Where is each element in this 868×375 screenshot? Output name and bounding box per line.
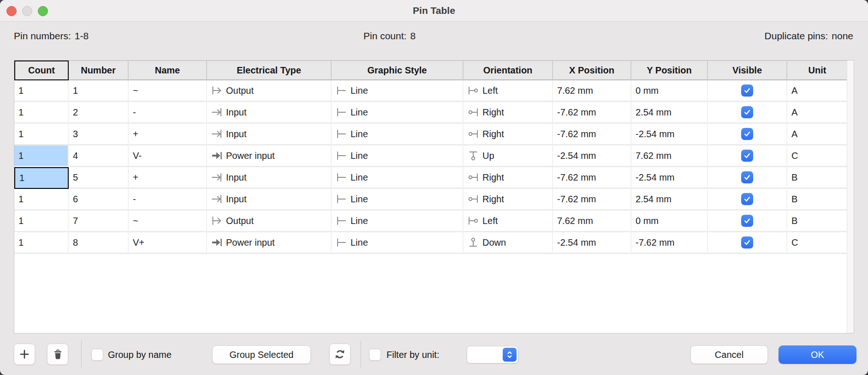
number-cell[interactable]: 1	[69, 80, 129, 102]
count-cell[interactable]: 1	[14, 80, 69, 102]
electrical-type-cell[interactable]: Input	[207, 167, 332, 189]
refresh-button[interactable]	[329, 344, 351, 365]
electrical-type-cell[interactable]: Input	[207, 189, 332, 211]
unit-cell[interactable]: B	[787, 211, 848, 232]
graphic-style-cell[interactable]: Line	[332, 124, 464, 145]
y-position-cell[interactable]: 2.54 mm	[631, 189, 708, 211]
name-cell[interactable]: ~	[129, 211, 207, 232]
unit-cell[interactable]: B	[787, 189, 848, 211]
column-header-orientation[interactable]: Orientation	[464, 60, 553, 80]
orientation-cell[interactable]: Down	[464, 232, 553, 254]
electrical-type-cell[interactable]: Output	[207, 211, 332, 232]
electrical-type-cell[interactable]: Power input	[207, 232, 332, 254]
visible-checkbox[interactable]	[741, 128, 753, 140]
visible-cell[interactable]	[708, 102, 787, 124]
column-header-unit[interactable]: Unit	[787, 60, 848, 80]
orientation-cell[interactable]: Left	[464, 80, 553, 102]
graphic-style-cell[interactable]: Line	[332, 189, 464, 211]
y-position-cell[interactable]: -2.54 mm	[631, 167, 708, 189]
x-position-cell[interactable]: -7.62 mm	[553, 102, 631, 124]
graphic-style-cell[interactable]: Line	[332, 145, 464, 167]
number-cell[interactable]: 7	[69, 211, 129, 232]
name-cell[interactable]: V-	[129, 145, 207, 167]
unit-cell[interactable]: C	[787, 145, 848, 167]
group-selected-button[interactable]: Group Selected	[212, 345, 311, 364]
name-cell[interactable]: ~	[129, 80, 207, 102]
visible-checkbox[interactable]	[741, 193, 753, 205]
number-cell[interactable]: 2	[69, 102, 129, 124]
group-by-name-checkbox[interactable]	[91, 349, 103, 361]
count-cell[interactable]: 1	[14, 211, 69, 232]
visible-checkbox[interactable]	[741, 215, 753, 227]
unit-cell[interactable]: A	[787, 124, 848, 145]
number-cell[interactable]: 3	[69, 124, 129, 145]
unit-cell[interactable]: C	[787, 232, 848, 254]
name-cell[interactable]: +	[129, 167, 207, 189]
orientation-cell[interactable]: Right	[464, 102, 553, 124]
x-position-cell[interactable]: -7.62 mm	[553, 189, 631, 211]
y-position-cell[interactable]: -2.54 mm	[631, 124, 708, 145]
visible-checkbox[interactable]	[741, 236, 753, 248]
unit-filter-dropdown[interactable]	[467, 346, 518, 363]
unit-cell[interactable]: A	[787, 102, 848, 124]
group-by-name-label[interactable]: Group by name	[108, 350, 172, 360]
name-cell[interactable]: -	[129, 189, 207, 211]
orientation-cell[interactable]: Left	[464, 211, 553, 232]
unit-cell[interactable]: B	[787, 167, 848, 189]
column-header-electrical-type[interactable]: Electrical Type	[207, 60, 332, 80]
y-position-cell[interactable]: 0 mm	[631, 80, 708, 102]
electrical-type-cell[interactable]: Power input	[207, 145, 332, 167]
y-position-cell[interactable]: 7.62 mm	[631, 145, 708, 167]
y-position-cell[interactable]: 0 mm	[631, 211, 708, 232]
graphic-style-cell[interactable]: Line	[332, 80, 464, 102]
y-position-cell[interactable]: 2.54 mm	[631, 102, 708, 124]
filter-by-unit-checkbox[interactable]	[369, 349, 381, 361]
column-header-x-position[interactable]: X Position	[553, 60, 631, 80]
unit-cell[interactable]: A	[787, 80, 848, 102]
electrical-type-cell[interactable]: Input	[207, 102, 332, 124]
x-position-cell[interactable]: -2.54 mm	[553, 232, 631, 254]
cancel-button[interactable]: Cancel	[690, 345, 768, 364]
x-position-cell[interactable]: -2.54 mm	[553, 145, 631, 167]
column-header-y-position[interactable]: Y Position	[631, 60, 708, 80]
column-header-number[interactable]: Number	[69, 60, 129, 80]
number-cell[interactable]: 5	[69, 167, 129, 189]
orientation-cell[interactable]: Up	[464, 145, 553, 167]
x-position-cell[interactable]: -7.62 mm	[553, 167, 631, 189]
orientation-cell[interactable]: Right	[464, 124, 553, 145]
count-cell[interactable]: 1	[14, 167, 69, 189]
visible-cell[interactable]	[708, 189, 787, 211]
graphic-style-cell[interactable]: Line	[332, 211, 464, 232]
column-header-visible[interactable]: Visible	[708, 60, 787, 80]
count-cell[interactable]: 1	[14, 102, 69, 124]
y-position-cell[interactable]: -7.62 mm	[631, 232, 708, 254]
graphic-style-cell[interactable]: Line	[332, 102, 464, 124]
ok-button[interactable]: OK	[779, 345, 856, 364]
visible-cell[interactable]	[708, 80, 787, 102]
column-header-count[interactable]: Count	[14, 60, 69, 80]
visible-cell[interactable]	[708, 211, 787, 232]
graphic-style-cell[interactable]: Line	[332, 167, 464, 189]
visible-checkbox[interactable]	[741, 171, 753, 183]
orientation-cell[interactable]: Right	[464, 167, 553, 189]
x-position-cell[interactable]: 7.62 mm	[553, 80, 631, 102]
title-bar[interactable]: Pin Table	[0, 0, 868, 22]
filter-by-unit-label[interactable]: Filter by unit:	[386, 350, 439, 360]
count-cell[interactable]: 1	[14, 145, 69, 167]
number-cell[interactable]: 8	[69, 232, 129, 254]
name-cell[interactable]: V+	[129, 232, 207, 254]
count-cell[interactable]: 1	[14, 189, 69, 211]
name-cell[interactable]: -	[129, 102, 207, 124]
graphic-style-cell[interactable]: Line	[332, 232, 464, 254]
delete-pin-button[interactable]	[47, 344, 68, 365]
number-cell[interactable]: 6	[69, 189, 129, 211]
visible-checkbox[interactable]	[741, 106, 753, 118]
visible-checkbox[interactable]	[741, 150, 753, 162]
name-cell[interactable]: +	[129, 124, 207, 145]
count-cell[interactable]: 1	[14, 124, 69, 145]
visible-cell[interactable]	[708, 232, 787, 254]
column-header-name[interactable]: Name	[129, 60, 207, 80]
count-cell[interactable]: 1	[14, 232, 69, 254]
number-cell[interactable]: 4	[69, 145, 129, 167]
scrollbar-gutter[interactable]	[847, 60, 854, 333]
